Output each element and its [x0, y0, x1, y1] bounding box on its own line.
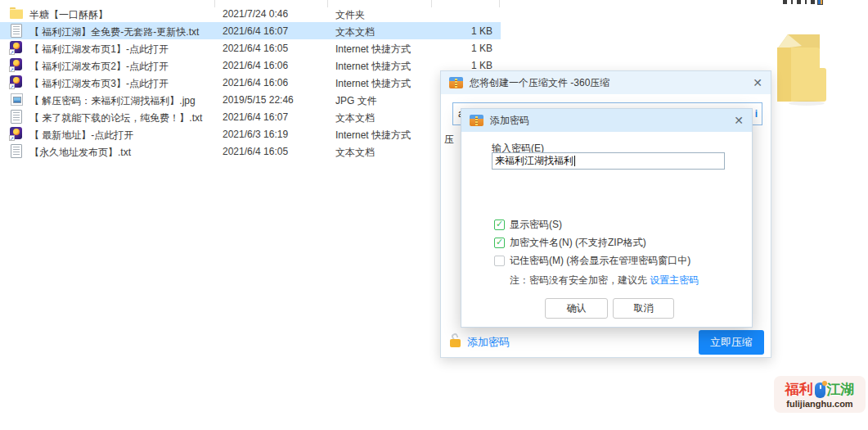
- file-row[interactable]: 【 福利江湖发布页3】-点此打开 2021/6/4 16:06 Internet…: [0, 74, 501, 91]
- file-type: JPG 文件: [335, 94, 377, 108]
- file-size: 1 KB: [471, 60, 492, 71]
- add-password-dialog: 添加密码 ✕ 输入密码(E) 来福利江湖找福利 显示密码(S) 加密文件名(N)…: [461, 108, 753, 328]
- file-date: 2021/6/4 16:05: [223, 43, 288, 54]
- file-date: 2021/6/4 16:05: [223, 146, 288, 157]
- checkbox-label[interactable]: 加密文件名(N) (不支持ZIP格式): [510, 236, 646, 250]
- file-date: 2021/6/4 16:07: [223, 25, 288, 37]
- brand-text-right: 江湖: [827, 382, 855, 398]
- clipped-desktop-icon: [817, 0, 823, 5]
- file-row[interactable]: 【 福利江湖发布页1】-点此打开 2021/6/4 16:05 Internet…: [0, 39, 501, 57]
- file-size: 1 KB: [471, 43, 492, 54]
- file-row[interactable]: 【永久地址发布页】.txt 2021/6/4 16:05 文本文档: [0, 143, 501, 160]
- text-file-icon: [10, 24, 24, 38]
- checkbox-label[interactable]: 记住密码(M) (将会显示在管理密码窗口中): [510, 254, 690, 268]
- file-name: 【 福利江湖】全免费-无套路-更新快.txt: [29, 25, 199, 39]
- clipped-desktop-label: [783, 0, 819, 4]
- add-password-titlebar[interactable]: 添加密码 ✕: [461, 109, 752, 132]
- checkbox-label[interactable]: 显示密码(S): [510, 218, 562, 232]
- security-note: 注：密码没有安全加密，建议先 设置主密码: [510, 274, 699, 287]
- 360zip-icon: [449, 77, 463, 88]
- file-row-selected[interactable]: 【 福利江湖】全免费-无套路-更新快.txt 2021/6/4 16:07 文本…: [0, 22, 501, 39]
- text-file-icon: [10, 144, 24, 158]
- file-size: 1 KB: [471, 25, 492, 37]
- confirm-button[interactable]: 确认: [545, 298, 608, 319]
- file-row[interactable]: 半糖【一口酥酥】 2021/7/24 0:46 文件夹: [0, 5, 501, 22]
- compress-now-button[interactable]: 立即压缩: [699, 330, 764, 355]
- file-name: 【 福利江湖发布页2】-点此打开: [29, 60, 169, 74]
- file-type: 文本文档: [335, 111, 375, 125]
- file-name: 【 最新地址】-点此打开: [29, 129, 133, 143]
- mouse-icon: [815, 382, 825, 398]
- text-file-icon: [10, 110, 24, 124]
- input-right-fragment: i: [755, 103, 758, 124]
- file-row[interactable]: 【 来了就能下载的论坛，纯免费！】.txt 2021/6/4 16:07 文本文…: [0, 108, 501, 125]
- desktop: 半糖【一口酥酥】 2021/7/24 0:46 文件夹 【 福利江湖】全免费-无…: [0, 0, 868, 430]
- file-type: Internet 快捷方式: [335, 60, 411, 74]
- cancel-button[interactable]: 取消: [613, 298, 674, 319]
- 360zip-icon: [470, 115, 483, 126]
- internet-shortcut-icon: [10, 75, 24, 89]
- brand-text-left: 福利: [785, 382, 813, 398]
- internet-shortcut-icon: [10, 41, 24, 55]
- file-date: 2021/6/3 16:19: [223, 129, 288, 140]
- file-row[interactable]: 【 福利江湖发布页2】-点此打开 2021/6/4 16:06 Internet…: [0, 57, 501, 74]
- dialog-title: 添加密码: [490, 114, 529, 128]
- folder-icon: [10, 7, 24, 20]
- lock-icon: [450, 334, 463, 347]
- file-type: Internet 快捷方式: [335, 129, 411, 143]
- file-type: Internet 快捷方式: [335, 43, 411, 57]
- note-text: 注：密码没有安全加密，建议先: [510, 274, 650, 286]
- file-date: 2021/6/4 16:06: [223, 60, 288, 71]
- file-name: 【 福利江湖发布页1】-点此打开: [29, 43, 169, 57]
- internet-shortcut-icon: [10, 58, 24, 72]
- create-archive-titlebar[interactable]: 您将创建一个压缩文件 -360压缩 ✕: [441, 71, 771, 94]
- file-date: 2019/5/15 22:46: [223, 94, 294, 106]
- file-type: 文本文档: [335, 25, 375, 39]
- brand-domain: fulijianghu.com: [774, 399, 866, 409]
- desktop-folder-icon[interactable]: [774, 31, 826, 106]
- file-date: 2021/7/24 0:46: [223, 8, 288, 20]
- close-icon[interactable]: ✕: [753, 77, 762, 88]
- set-master-password-link[interactable]: 设置主密码: [650, 274, 699, 286]
- checkbox-show-password[interactable]: [494, 220, 505, 230]
- file-name: 【 来了就能下载的论坛，纯免费！】.txt: [29, 111, 202, 125]
- add-password-link[interactable]: 添加密码: [467, 335, 510, 350]
- text-caret: [574, 156, 575, 166]
- file-date: 2021/6/4 16:06: [223, 77, 288, 88]
- password-input[interactable]: 来福利江湖找福利: [492, 152, 725, 170]
- file-list: 半糖【一口酥酥】 2021/7/24 0:46 文件夹 【 福利江湖】全免费-无…: [0, 5, 501, 160]
- fulijianghu-logo: 福利 江湖 fulijianghu.com: [774, 376, 866, 413]
- file-type: 文件夹: [335, 8, 365, 22]
- file-type: Internet 快捷方式: [335, 77, 411, 91]
- file-date: 2021/6/4 16:07: [223, 111, 288, 123]
- file-name: 【 解压密码：来福利江湖找福利】.jpg: [29, 94, 196, 108]
- file-row[interactable]: 【 解压密码：来福利江湖找福利】.jpg 2019/5/15 22:46 JPG…: [0, 91, 501, 108]
- file-name: 半糖【一口酥酥】: [29, 8, 108, 22]
- file-row[interactable]: 【 最新地址】-点此打开 2021/6/3 16:19 Internet 快捷方…: [0, 125, 501, 143]
- jpg-file-icon: [10, 93, 24, 106]
- file-name: 【永久地址发布页】.txt: [29, 146, 131, 160]
- internet-shortcut-icon: [10, 127, 24, 141]
- file-name: 【 福利江湖发布页3】-点此打开: [29, 77, 169, 91]
- checkbox-remember-password[interactable]: [494, 256, 505, 266]
- checkbox-encrypt-filenames[interactable]: [494, 238, 505, 248]
- file-type: 文本文档: [335, 146, 375, 160]
- dialog-title: 您将创建一个压缩文件 -360压缩: [470, 76, 609, 90]
- compress-to-label-fragment: 压: [444, 133, 454, 147]
- close-icon[interactable]: ✕: [734, 115, 744, 126]
- password-value: 来福利江湖找福利: [495, 154, 573, 168]
